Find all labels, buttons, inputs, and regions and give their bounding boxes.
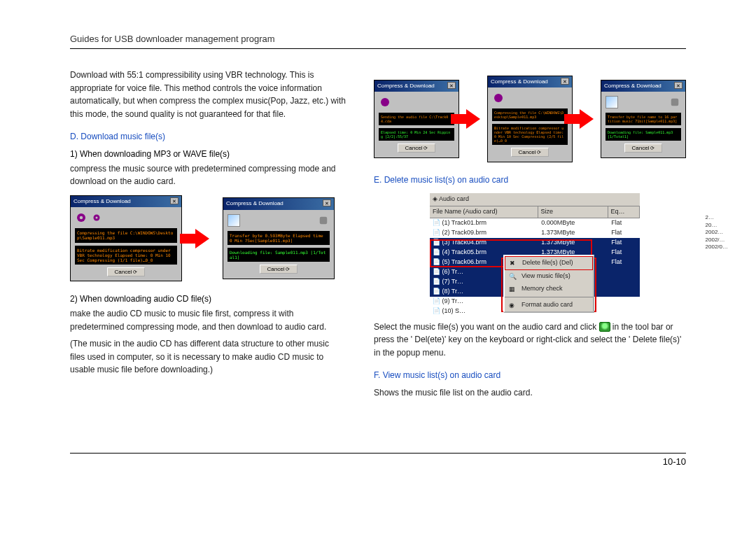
footer-rule xyxy=(70,453,686,454)
header-title: Guides for USB downloader management pro… xyxy=(70,34,686,44)
compress-dialog: Compress & Download✕ Compressing the fil… xyxy=(487,76,573,162)
dialog-title: Compress & Download xyxy=(491,78,548,86)
status-line: Transfer byte file name to 16 partition … xyxy=(608,115,677,123)
d1-head: 1) When downloading MP3 or WAVE file(s) xyxy=(70,148,346,161)
view-icon: 🔍 xyxy=(509,272,517,281)
dialog-title: Compress & Download xyxy=(377,82,435,90)
d1-text: compress the music source with predeterm… xyxy=(70,162,346,188)
gear-icon xyxy=(492,92,505,104)
device-icon xyxy=(668,96,681,108)
svg-point-6 xyxy=(494,94,503,102)
download-dialog: Compress & Download ✕ Transfer byte 0.59… xyxy=(223,197,335,279)
cancel-button[interactable]: Cancel xyxy=(511,148,550,157)
col-size[interactable]: Size xyxy=(538,206,608,218)
intro-text: Download with 55:1 compressibility using… xyxy=(70,69,346,120)
svg-point-5 xyxy=(381,98,389,106)
delete-toolbar-icon[interactable] xyxy=(599,322,610,332)
section-d-head: D. Download music file(s) xyxy=(70,130,346,143)
audio-card-panel: ◈ Audio card File Name (Audio card) Size… xyxy=(430,193,640,316)
context-menu: ✖Delete file(s) (Del) 🔍View music file(s… xyxy=(503,255,594,313)
download-dialog: Compress & Download✕ Transfer byte file … xyxy=(601,80,686,158)
close-icon[interactable]: ✕ xyxy=(561,78,569,85)
device-icon xyxy=(317,214,330,227)
close-icon[interactable]: ✕ xyxy=(674,82,682,89)
table-row[interactable]: 📄 (1) Track01.brm0.000MByteFlat xyxy=(430,218,640,228)
menu-delete[interactable]: ✖Delete file(s) (Del) xyxy=(505,256,593,270)
status-line: Transfer byte 0.593MByte Elapsed time 0 … xyxy=(230,233,323,243)
d2-text2: (The music in the audio CD has different… xyxy=(70,337,346,377)
close-icon[interactable]: ✕ xyxy=(323,199,331,206)
dialog-title: Compress & Download xyxy=(226,199,284,208)
gear-icon xyxy=(90,211,103,224)
gear-icon xyxy=(75,211,88,224)
status-line: Compressing the file C:\WINDOWS\Desktop\… xyxy=(77,230,173,240)
year-fragments: 2…20…2002…2002/…2002/0… xyxy=(706,214,728,251)
menu-memory[interactable]: ▦Memory check xyxy=(505,283,593,295)
dialog-title: Compress & Download xyxy=(604,82,662,90)
picture-icon xyxy=(227,214,240,227)
table-row[interactable]: 📄 (2) Track09.brm1.373MByteFlat xyxy=(430,228,640,238)
arrow-icon xyxy=(459,91,487,147)
col-filename[interactable]: File Name (Audio card) xyxy=(430,206,538,218)
status-line: Bitrate modification compressor under VB… xyxy=(494,126,564,143)
close-icon[interactable]: ✕ xyxy=(447,82,456,89)
memory-icon: ▦ xyxy=(509,285,517,293)
svg-rect-7 xyxy=(671,99,679,106)
section-f-head: F. View music list(s) on audio card xyxy=(374,369,686,382)
figure-row-d2: Compress & Download✕ Sending the audio f… xyxy=(374,76,686,162)
status-line: Bitrate modification compressor under VB… xyxy=(77,248,171,262)
close-icon[interactable]: ✕ xyxy=(170,197,178,204)
svg-point-1 xyxy=(80,216,83,220)
right-column: Compress & Download✕ Sending the audio f… xyxy=(374,69,686,404)
left-column: Download with 55:1 compressibility using… xyxy=(70,69,346,404)
gear-icon xyxy=(379,96,391,108)
header-rule xyxy=(70,48,686,49)
table-header: File Name (Audio card) Size Eq… xyxy=(430,206,640,218)
menu-format[interactable]: ◉Format audio card xyxy=(505,299,593,311)
d2-text1: make the audio CD music to music file fi… xyxy=(70,307,346,333)
dialog-title: Compress & Download xyxy=(74,197,131,206)
audio-card-label: ◈ Audio card xyxy=(430,193,640,206)
compress-dialog: Compress & Download✕ Sending the audio f… xyxy=(374,80,459,158)
file-list[interactable]: 📄 (1) Track01.brm0.000MByteFlat📄 (2) Tra… xyxy=(430,218,640,316)
status-line: Sending the audio file C:\Track04.cda xyxy=(381,115,448,123)
menu-view[interactable]: 🔍View music file(s) xyxy=(505,270,593,283)
arrow-icon xyxy=(182,204,223,274)
compress-dialog: Compress & Download ✕ Compressing the fi… xyxy=(70,195,182,282)
format-icon: ◉ xyxy=(509,301,517,309)
col-eq[interactable]: Eq… xyxy=(608,206,640,218)
cancel-button[interactable]: Cancel xyxy=(260,265,298,274)
delete-icon: ✖ xyxy=(510,259,518,267)
cancel-button[interactable]: Cancel xyxy=(624,143,663,153)
cancel-button[interactable]: Cancel xyxy=(107,267,146,276)
arrow-icon xyxy=(573,91,601,147)
svg-rect-4 xyxy=(320,216,328,224)
page-number: 10-10 xyxy=(70,456,686,467)
picture-icon xyxy=(606,96,618,108)
figure-row-d1: Compress & Download ✕ Compressing the fi… xyxy=(70,195,346,282)
e-text: Select the music file(s) you want on the… xyxy=(374,321,686,360)
svg-point-3 xyxy=(96,217,98,219)
status-line: Compressing the file C:\WINDOWS\Desktop\… xyxy=(494,111,564,119)
status-line: Downloading file: Sample011.mp3 [1/Total… xyxy=(608,130,673,139)
section-e-head: E. Delete music list(s) on audio card xyxy=(374,174,686,187)
f-text: Shows the music file list on the audio c… xyxy=(374,386,686,400)
d2-head: 2) When downloading audio CD file(s) xyxy=(70,293,346,306)
cancel-button[interactable]: Cancel xyxy=(398,143,436,153)
status-line: Downloading file: Sample011.mp3 [1/Total… xyxy=(230,250,326,260)
table-row[interactable]: 📄 (3) Track04.brm1.373MByteFlat xyxy=(430,238,640,248)
status-line: Elapsed time: 0 Min 24 Sec Ripping [2/2]… xyxy=(381,130,450,139)
